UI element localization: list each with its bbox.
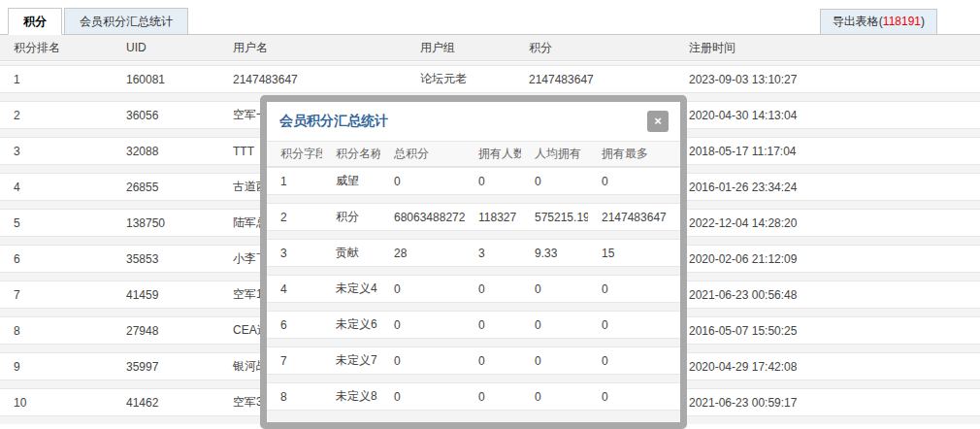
total-credits-cell: 0: [380, 390, 465, 404]
total-credits-cell: 28: [380, 247, 465, 260]
rank-cell: 5: [0, 216, 113, 230]
uid-cell: 26855: [113, 181, 219, 194]
field-id-cell: 8: [267, 390, 322, 404]
rank-cell: 3: [0, 145, 113, 158]
modal-table-row: 4 未定义4 0 0 0 0: [267, 275, 680, 303]
field-name-cell: 未定义6: [322, 316, 380, 333]
regtime-cell: 2018-05-17 11:17:04: [675, 145, 980, 158]
average-owned-cell: 575215.19: [521, 211, 588, 224]
modal-table-row: 2 积分 68063488272 118327 575215.19 214748…: [267, 203, 680, 231]
average-owned-cell: 0: [521, 390, 588, 404]
col-header-uid: UID: [113, 41, 219, 54]
col-header-username: 用户名: [219, 40, 407, 56]
uid-cell: 41462: [113, 396, 219, 410]
regtime-cell: 2021-06-23 00:56:48: [675, 288, 980, 302]
rank-cell: 2: [0, 109, 113, 122]
max-owned-cell: 0: [588, 282, 680, 296]
owners-count-cell: 118327: [465, 211, 521, 224]
field-id-cell: 4: [267, 282, 322, 296]
uid-cell: 32088: [113, 145, 219, 158]
modal-table-row: 6 未定义6 0 0 0 0: [267, 311, 680, 339]
regtime-cell: 2016-01-26 23:34:24: [675, 181, 980, 194]
field-id-cell: 6: [267, 318, 322, 332]
tab-points[interactable]: 积分: [8, 8, 62, 35]
field-id-cell: 2: [267, 211, 322, 224]
rank-cell: 4: [0, 181, 113, 194]
average-owned-cell: 0: [521, 318, 588, 332]
total-credits-cell: 0: [380, 282, 465, 296]
uid-cell: 35853: [113, 252, 219, 266]
rank-cell: 8: [0, 324, 113, 338]
average-owned-cell: 0: [521, 354, 588, 368]
modal-col-header-average: 人均拥有: [521, 146, 588, 162]
rank-cell: 9: [0, 360, 113, 374]
modal-table-row: 3 贡献 28 3 9.33 15: [267, 239, 680, 267]
modal-titlebar: 会员积分汇总统计 ×: [267, 102, 680, 141]
regtime-cell: 2023-09-03 13:10:27: [675, 73, 980, 86]
average-owned-cell: 9.33: [521, 247, 588, 260]
owners-count-cell: 0: [465, 354, 521, 368]
max-owned-cell: 0: [588, 318, 680, 332]
uid-cell: 35997: [113, 360, 219, 374]
rank-cell: 7: [0, 288, 113, 302]
max-owned-cell: 0: [588, 354, 680, 368]
total-credits-cell: 0: [380, 354, 465, 368]
rank-cell: 6: [0, 252, 113, 266]
regtime-cell: 2016-05-07 15:50:25: [675, 324, 980, 338]
credits-cell: 2147483647: [515, 73, 675, 86]
uid-cell: 160081: [113, 73, 219, 86]
total-credits-cell: 0: [380, 318, 465, 332]
points-summary-modal: 会员积分汇总统计 × 积分字段 积分名称 总积分 拥有人数 人均拥有 拥有最多 …: [260, 95, 687, 429]
max-owned-cell: 0: [588, 175, 680, 188]
field-name-cell: 贡献: [322, 245, 380, 261]
regtime-cell: 2022-12-04 14:28:20: [675, 216, 980, 230]
rank-cell: 10: [0, 396, 113, 410]
close-icon[interactable]: ×: [647, 111, 669, 132]
owners-count-cell: 3: [465, 247, 521, 260]
modal-title: 会员积分汇总统计: [279, 113, 388, 130]
usergroup-cell: 论坛元老: [407, 71, 515, 87]
col-header-credits: 积分: [515, 40, 675, 56]
modal-col-header-field: 积分字段: [267, 146, 322, 162]
max-owned-cell: 15: [588, 247, 680, 260]
average-owned-cell: 0: [521, 282, 588, 296]
modal-col-header-max: 拥有最多: [588, 146, 680, 162]
modal-rows: 1 威望 0 0 0 0 2 积分 68063488272 118327 575…: [267, 167, 680, 422]
uid-cell: 36056: [113, 109, 219, 122]
total-credits-cell: 0: [380, 175, 465, 188]
uid-cell: 27948: [113, 324, 219, 338]
regtime-cell: 2021-06-23 00:59:17: [675, 396, 980, 410]
modal-table-row: 8 未定义8 0 0 0 0: [267, 382, 680, 411]
export-table-button[interactable]: 导出表格(118191): [820, 9, 937, 35]
uid-cell: 138750: [113, 216, 219, 230]
average-owned-cell: 0: [521, 175, 588, 188]
field-name-cell: 未定义7: [322, 352, 380, 369]
field-id-cell: 1: [267, 175, 322, 188]
modal-col-header-owners: 拥有人数: [465, 146, 521, 162]
ranking-header-row: 积分排名 UID 用户名 用户组 积分 注册时间: [0, 35, 980, 61]
field-name-cell: 积分: [322, 209, 380, 225]
tab-points-summary[interactable]: 会员积分汇总统计: [64, 8, 188, 35]
modal-col-header-total: 总积分: [380, 146, 465, 162]
col-header-regtime: 注册时间: [675, 40, 980, 56]
col-header-usergroup: 用户组: [407, 40, 515, 56]
modal-table-row: 1 威望 0 0 0 0: [267, 167, 680, 195]
field-id-cell: 3: [267, 247, 322, 260]
owners-count-cell: 0: [465, 390, 521, 404]
field-name-cell: 未定义8: [322, 388, 380, 405]
export-label-prefix: 导出表格(: [833, 15, 883, 28]
rank-cell: 1: [0, 73, 113, 86]
field-name-cell: 未定义4: [322, 280, 380, 297]
table-row: 1 160081 2147483647 论坛元老 2147483647 2023…: [0, 65, 980, 93]
owners-count-cell: 0: [465, 282, 521, 296]
total-credits-cell: 68063488272: [380, 211, 465, 224]
modal-header-row: 积分字段 积分名称 总积分 拥有人数 人均拥有 拥有最多: [267, 141, 680, 167]
col-header-rank: 积分排名: [0, 40, 113, 56]
modal-col-header-name: 积分名称: [322, 146, 380, 162]
regtime-cell: 2020-04-29 17:42:08: [675, 360, 980, 374]
username-cell: 2147483647: [219, 73, 407, 86]
owners-count-cell: 0: [465, 175, 521, 188]
owners-count-cell: 0: [465, 318, 521, 332]
regtime-cell: 2020-04-30 14:13:04: [675, 109, 980, 122]
export-label-suffix: ): [921, 15, 925, 28]
